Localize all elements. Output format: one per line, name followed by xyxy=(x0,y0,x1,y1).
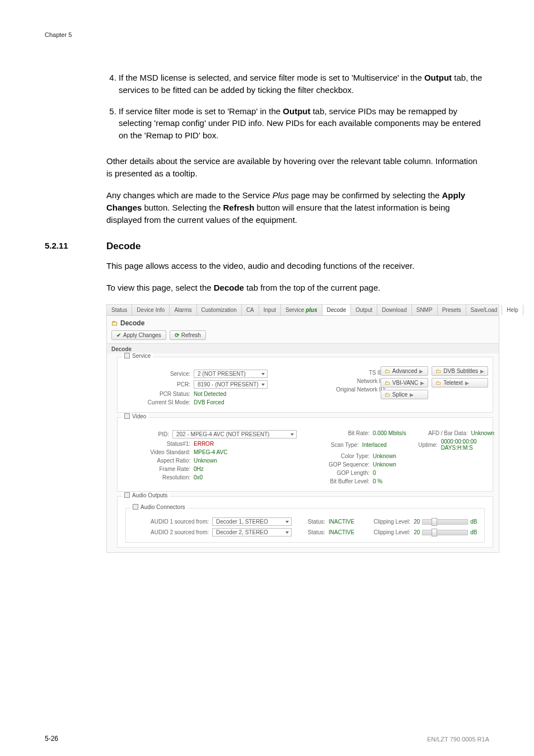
slider-thumb[interactable] xyxy=(432,518,437,526)
tab-service-plus[interactable]: Service plus xyxy=(281,305,322,315)
tab-output[interactable]: Output xyxy=(351,305,377,315)
label: Frame Rate: xyxy=(123,466,194,472)
tab-device-info[interactable]: Device Info xyxy=(132,305,170,315)
value: Unknown xyxy=(373,461,396,468)
tab-customization[interactable]: Customization xyxy=(197,305,242,315)
text: button. Selecting the xyxy=(142,203,223,212)
text: To view this page, select the xyxy=(106,283,214,292)
text: Service xyxy=(285,307,304,313)
apply-changes-button[interactable]: ✔ Apply Changes xyxy=(111,330,166,340)
folder-icon: 🗀 xyxy=(435,368,441,374)
tab-snmp[interactable]: SNMP xyxy=(412,305,438,315)
value: Unknown xyxy=(194,458,217,464)
value: 20 xyxy=(414,529,420,535)
plus-suffix: plus xyxy=(306,307,317,313)
value: INACTIVE xyxy=(329,519,354,525)
label: TS ID : xyxy=(308,370,390,376)
dvb-subtitles-button[interactable]: 🗀DVB Subtitles ▶ xyxy=(432,366,488,376)
list-item: If service filter mode is set to 'Remap'… xyxy=(119,105,485,142)
label: PCR Status: xyxy=(123,391,194,397)
folder-icon: 🗀 xyxy=(435,380,441,386)
tab-help[interactable]: Help xyxy=(502,305,523,315)
label: Bit Rate: xyxy=(308,430,373,436)
chevron-right-icon: ▶ xyxy=(410,392,414,398)
vbi-vanc-button[interactable]: 🗀VBI-VANC ▶ xyxy=(381,378,429,388)
value: 0Hz xyxy=(194,466,204,472)
italic-plus: Plus xyxy=(273,190,289,200)
value: 0.000 Mbits/s xyxy=(373,430,406,436)
folder-icon: 🗀 xyxy=(385,380,390,386)
tab-ca[interactable]: CA xyxy=(242,305,259,315)
tab-presets[interactable]: Presets xyxy=(438,305,466,315)
label: Resolution: xyxy=(123,474,194,480)
tab-input[interactable]: Input xyxy=(259,305,281,315)
audio-row: AUDIO 2 sourced from: Decoder 2, STEREO … xyxy=(130,528,480,536)
audio1-source-select[interactable]: Decoder 1, STEREO xyxy=(212,517,292,526)
slider-thumb[interactable] xyxy=(432,529,437,536)
label: AUDIO 1 sourced from: xyxy=(130,519,212,525)
service-select[interactable]: 2 (NOT PRESENT) xyxy=(194,370,268,378)
unit: dB xyxy=(470,519,477,525)
label: Status: xyxy=(292,529,329,535)
label: Status#1: xyxy=(123,441,194,447)
splice-button[interactable]: 🗀Splice ▶ xyxy=(381,390,429,399)
text: Decode xyxy=(120,319,144,327)
paragraph: This page allows access to the video, au… xyxy=(106,260,485,272)
label: Apply Changes xyxy=(123,332,161,338)
refresh-button[interactable]: ⟳ Refresh xyxy=(170,330,206,340)
value: 0 % xyxy=(373,478,382,484)
tab-status[interactable]: Status xyxy=(107,305,132,315)
section-number: 5.2.11 xyxy=(45,241,106,252)
value: Interlaced xyxy=(362,442,387,448)
value: Unknown xyxy=(471,430,494,436)
unit: dB xyxy=(470,529,477,535)
bold-output: Output xyxy=(424,73,452,82)
value: INACTIVE xyxy=(329,529,354,535)
audio2-source-select[interactable]: Decoder 2, STEREO xyxy=(212,528,292,536)
text: Video xyxy=(132,413,146,419)
paragraph: To view this page, select the Decode tab… xyxy=(106,282,485,294)
label: PCR: xyxy=(123,381,194,388)
value: 20 xyxy=(414,519,420,525)
tab-decode[interactable]: Decode xyxy=(322,305,351,315)
label: Service: xyxy=(123,371,194,377)
label: Original Network ID: xyxy=(308,386,390,393)
label: Aspect Ratio: xyxy=(123,458,194,464)
label: Splice xyxy=(392,391,407,398)
tab-download[interactable]: Download xyxy=(377,305,411,315)
legend: Video xyxy=(122,413,148,419)
label: VBI-VANC xyxy=(392,380,419,386)
video-pid-select[interactable]: 202 - MPEG-4 AVC (NOT PRESENT) xyxy=(172,430,297,438)
clipping-slider[interactable] xyxy=(422,519,468,525)
value: ERROR xyxy=(194,441,214,447)
list-item: If the MSD license is selected, and serv… xyxy=(119,72,485,96)
audio-row: AUDIO 1 sourced from: Decoder 1, STEREO … xyxy=(130,517,480,526)
teletext-button[interactable]: 🗀Teletext ▶ xyxy=(432,378,488,388)
label: Teletext xyxy=(443,380,462,386)
chevron-right-icon: ▶ xyxy=(480,368,484,374)
label: GOP Length: xyxy=(308,470,373,476)
label: Current SI Mode: xyxy=(123,399,194,405)
chevron-right-icon: ▶ xyxy=(420,380,424,386)
decode-section-label: Decode xyxy=(107,343,499,353)
label: Network ID: xyxy=(308,378,390,384)
value: 0 xyxy=(373,470,376,476)
box-icon xyxy=(133,504,138,510)
label: GOP Sequence: xyxy=(308,461,373,468)
legend: Audio Connectors xyxy=(130,504,188,510)
label: Scan Type: xyxy=(308,442,362,448)
tab-bar: Status Device Info Alarms Customization … xyxy=(107,305,499,316)
text: tab from the top of the current page. xyxy=(244,283,380,292)
tab-save-load[interactable]: Save/Load xyxy=(466,305,503,315)
paragraph: Any changes which are made to the Servic… xyxy=(106,189,485,226)
label: Clipping Level: xyxy=(354,519,414,525)
legend: Audio Outputs xyxy=(122,492,170,498)
legend: Service xyxy=(122,353,153,359)
pcr-select[interactable]: 8190 - (NOT PRESENT) xyxy=(194,380,268,389)
tab-alarms[interactable]: Alarms xyxy=(170,305,196,315)
value: 0x0 xyxy=(194,474,203,480)
box-icon xyxy=(124,492,130,498)
advanced-button[interactable]: 🗀Advanced ▶ xyxy=(381,366,429,376)
check-icon: ✔ xyxy=(116,332,121,338)
clipping-slider[interactable] xyxy=(422,530,468,535)
